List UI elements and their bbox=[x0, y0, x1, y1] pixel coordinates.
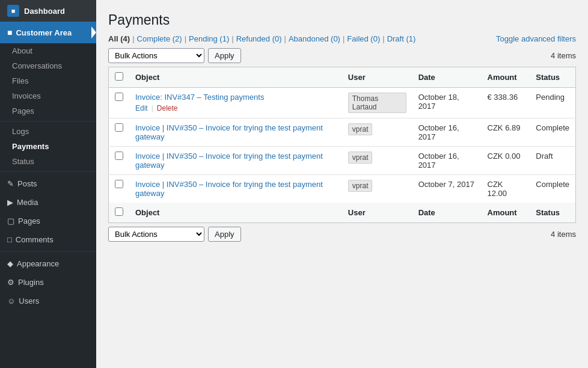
table-body: Invoice: INV#347 – Testing paymentsEdit|… bbox=[109, 88, 576, 203]
footer-user: User bbox=[342, 203, 412, 223]
dashboard-label: Dashboard bbox=[24, 7, 65, 16]
row-checkbox[interactable] bbox=[115, 180, 123, 188]
table-row: Invoice | INV#350 – Invoice for trying t… bbox=[109, 175, 576, 203]
filter-links: All (4)|Complete (2)|Pending (1)|Refunde… bbox=[108, 34, 415, 43]
sidebar-item-files[interactable]: Files bbox=[0, 73, 96, 88]
row-object-link[interactable]: Invoice | INV#350 – Invoice for trying t… bbox=[135, 180, 323, 198]
row-checkbox-cell bbox=[109, 175, 130, 203]
sidebar-item-dashboard[interactable]: ■ Dashboard bbox=[0, 0, 96, 22]
sidebar-item-media[interactable]: ▶ Media bbox=[0, 193, 96, 212]
sidebar-item-comments[interactable]: □ Comments bbox=[0, 230, 96, 249]
bottom-nav-left: Bulk Actions Apply bbox=[108, 227, 241, 242]
row-object-cell: Invoice | INV#350 – Invoice for trying t… bbox=[129, 118, 342, 147]
user-tag: Thomas Lartaud bbox=[348, 93, 406, 113]
row-user-cell: Thomas Lartaud bbox=[342, 88, 412, 118]
filter-link-complete[interactable]: Complete (2) bbox=[137, 34, 182, 43]
sidebar-item-users[interactable]: ☺ Users bbox=[0, 292, 96, 310]
row-user-cell: vprat bbox=[342, 175, 412, 203]
sidebar-item-about[interactable]: About bbox=[0, 43, 96, 58]
top-table-nav: Bulk Actions Apply 4 items bbox=[108, 48, 576, 63]
row-object-link[interactable]: Invoice | INV#350 – Invoice for trying t… bbox=[135, 152, 323, 170]
filter-link-pending[interactable]: Pending (1) bbox=[189, 34, 229, 43]
items-count-top: 4 items bbox=[551, 51, 576, 60]
header-object: Object bbox=[129, 67, 342, 88]
bottom-table-nav: Bulk Actions Apply 4 items bbox=[108, 227, 576, 242]
appearance-icon: ◆ bbox=[7, 259, 13, 268]
filter-link-abandoned[interactable]: Abandoned (0) bbox=[289, 34, 340, 43]
footer-status: Status bbox=[530, 203, 575, 223]
row-object-link[interactable]: Invoice | INV#350 – Invoice for trying t… bbox=[135, 123, 323, 141]
header-user: User bbox=[342, 67, 412, 88]
sidebar-item-appearance[interactable]: ◆ Appearance bbox=[0, 254, 96, 273]
table-row: Invoice | INV#350 – Invoice for trying t… bbox=[109, 118, 576, 147]
main-content: Payments All (4)|Complete (2)|Pending (1… bbox=[96, 0, 588, 368]
shield-icon: ■ bbox=[7, 28, 12, 37]
bulk-actions-select-top[interactable]: Bulk Actions bbox=[108, 48, 204, 63]
row-checkbox-cell bbox=[109, 88, 130, 118]
table-header-row: Object User Date Amount Status bbox=[109, 67, 576, 88]
media-icon: ▶ bbox=[7, 198, 13, 207]
row-checkbox-cell bbox=[109, 118, 130, 147]
edit-action-link[interactable]: Edit bbox=[135, 104, 148, 112]
comments-icon: □ bbox=[7, 235, 12, 244]
sidebar-item-logs[interactable]: Logs bbox=[0, 124, 96, 139]
select-all-footer-checkbox[interactable] bbox=[115, 207, 123, 216]
row-checkbox[interactable] bbox=[115, 152, 123, 160]
row-actions: Edit|Delete bbox=[135, 104, 336, 112]
sidebar-item-payments[interactable]: Payments bbox=[0, 139, 96, 154]
filter-link-failed[interactable]: Failed (0) bbox=[347, 34, 380, 43]
pages-icon: ▢ bbox=[7, 216, 14, 225]
footer-amount: Amount bbox=[482, 203, 530, 223]
row-amount-cell: CZK 0.00 bbox=[482, 147, 530, 175]
header-status: Status bbox=[530, 67, 575, 88]
apply-button-bottom[interactable]: Apply bbox=[208, 227, 241, 242]
sidebar-item-plugins[interactable]: ⚙ Plugins bbox=[0, 273, 96, 292]
row-date-cell: October 16, 2017 bbox=[412, 118, 482, 147]
sidebar-item-pages[interactable]: Pages bbox=[0, 103, 96, 118]
row-status-cell: Pending bbox=[530, 88, 575, 118]
plugins-icon: ⚙ bbox=[7, 278, 14, 287]
header-amount: Amount bbox=[482, 67, 530, 88]
delete-action-link[interactable]: Delete bbox=[157, 104, 178, 112]
row-user-cell: vprat bbox=[342, 147, 412, 175]
header-checkbox-col bbox=[109, 67, 130, 88]
footer-object: Object bbox=[129, 203, 342, 223]
users-icon: ☺ bbox=[7, 296, 15, 305]
sidebar-item-posts[interactable]: ✎ Posts bbox=[0, 174, 96, 193]
sidebar: ■ Dashboard ■ Customer Area About Conver… bbox=[0, 0, 96, 368]
apply-button-top[interactable]: Apply bbox=[208, 48, 241, 63]
sidebar-item-pages-wp[interactable]: ▢ Pages bbox=[0, 212, 96, 230]
toggle-advanced-filters[interactable]: Toggle advanced filters bbox=[496, 34, 576, 43]
posts-icon: ✎ bbox=[7, 179, 14, 188]
select-all-checkbox[interactable] bbox=[115, 72, 123, 81]
row-user-cell: vprat bbox=[342, 118, 412, 147]
row-date-cell: October 16, 2017 bbox=[412, 147, 482, 175]
header-date: Date bbox=[412, 67, 482, 88]
filter-link-all[interactable]: All (4) bbox=[108, 34, 130, 43]
row-checkbox[interactable] bbox=[115, 123, 123, 132]
row-object-cell: Invoice | INV#350 – Invoice for trying t… bbox=[129, 175, 342, 203]
row-amount-cell: CZK 12.00 bbox=[482, 175, 530, 203]
row-status-cell: Complete bbox=[530, 175, 575, 203]
sidebar-item-conversations[interactable]: Conversations bbox=[0, 58, 96, 73]
user-tag: vprat bbox=[348, 123, 373, 135]
row-status-cell: Draft bbox=[530, 147, 575, 175]
filter-link-draft[interactable]: Draft (1) bbox=[387, 34, 416, 43]
sidebar-item-status[interactable]: Status bbox=[0, 154, 96, 169]
row-checkbox[interactable] bbox=[115, 93, 123, 101]
filter-bar: All (4)|Complete (2)|Pending (1)|Refunde… bbox=[108, 34, 576, 43]
page-title: Payments bbox=[108, 12, 576, 28]
table-row: Invoice | INV#350 – Invoice for trying t… bbox=[109, 147, 576, 175]
sidebar-item-invoices[interactable]: Invoices bbox=[0, 88, 96, 103]
row-checkbox-cell bbox=[109, 147, 130, 175]
sidebar-item-customer-area[interactable]: ■ Customer Area bbox=[0, 22, 96, 43]
row-amount-cell: € 338.36 bbox=[482, 88, 530, 118]
items-count-bottom: 4 items bbox=[551, 230, 576, 239]
row-object-cell: Invoice: INV#347 – Testing paymentsEdit|… bbox=[129, 88, 342, 118]
row-date-cell: October 7, 2017 bbox=[412, 175, 482, 203]
bulk-actions-select-bottom[interactable]: Bulk Actions bbox=[108, 227, 204, 242]
row-status-cell: Complete bbox=[530, 118, 575, 147]
row-amount-cell: CZK 6.89 bbox=[482, 118, 530, 147]
row-object-link[interactable]: Invoice: INV#347 – Testing payments bbox=[135, 93, 264, 102]
filter-link-refunded[interactable]: Refunded (0) bbox=[236, 34, 282, 43]
